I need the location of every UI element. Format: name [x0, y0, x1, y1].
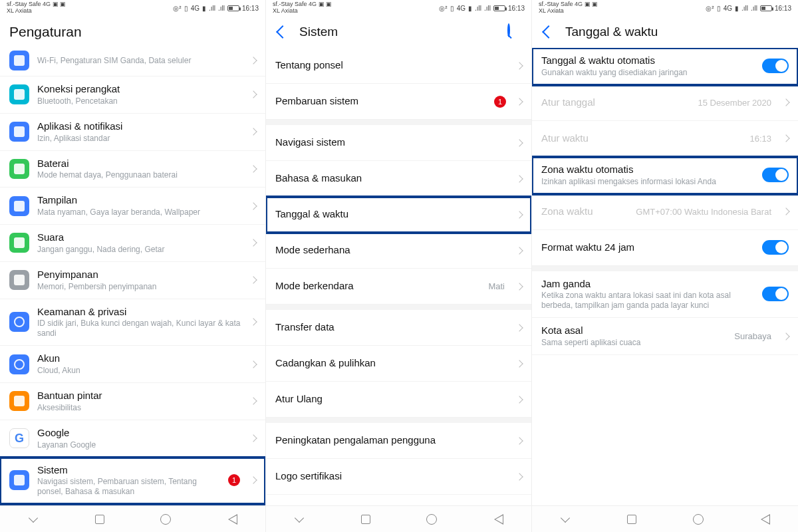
- row-date-time[interactable]: Tanggal & waktu: [266, 197, 531, 233]
- row-smart-assist[interactable]: Bantuan pintarAksesibilitas: [0, 383, 265, 420]
- row-display[interactable]: TampilanMata nyaman, Gaya layar beranda,…: [0, 188, 265, 225]
- chevron-right-icon: [515, 211, 523, 218]
- chevron-right-icon: [249, 276, 257, 283]
- chevron-right-icon: [249, 202, 257, 209]
- row-accounts[interactable]: AkunCloud, Akun: [0, 346, 265, 383]
- row-storage[interactable]: PenyimpananMemori, Pembersih penyimpanan: [0, 262, 265, 299]
- row-auto-datetime[interactable]: Tanggal & waktu otomatisGunakan waktu ya…: [532, 48, 798, 85]
- search-button[interactable]: [507, 25, 522, 39]
- row-auto-timezone[interactable]: Zona waktu otomatisIzinkan aplikasi meng…: [532, 157, 798, 194]
- nav-recent-button[interactable]: [624, 512, 639, 527]
- display-icon: [9, 196, 29, 216]
- arrow-left-icon: [542, 25, 555, 39]
- row-security[interactable]: Keamanan & privasiID sidik jari, Buka ku…: [0, 299, 265, 346]
- nav-home-button[interactable]: [691, 512, 706, 527]
- section-divider: [266, 418, 531, 423]
- storage-icon: [9, 270, 29, 290]
- system-list: Tentang ponsel Pembaruan sistem 1 Naviga…: [266, 48, 531, 505]
- row-backup-restore[interactable]: Cadangkan & pulihkan: [266, 346, 531, 382]
- device-icon: [9, 84, 29, 104]
- notification-badge: 1: [228, 474, 240, 486]
- back-button[interactable]: [275, 25, 290, 39]
- row-simple-mode[interactable]: Mode sederhana: [266, 233, 531, 269]
- assist-icon: [9, 391, 29, 411]
- row-system-update[interactable]: Pembaruan sistem 1: [266, 84, 531, 120]
- toggle-on[interactable]: [762, 287, 789, 301]
- chevron-right-icon: [249, 434, 257, 442]
- page-title: Tanggal & waktu: [565, 25, 658, 39]
- chevron-right-icon: [782, 135, 789, 142]
- row-value: 15 Desember 2020: [698, 98, 771, 108]
- row-value: Mati: [488, 281, 505, 291]
- status-bar: sf.-Stay Safe 4G ▣ ▣XL Axiata ◎²▯4G▮.ıll…: [266, 0, 531, 16]
- chevron-right-icon: [249, 165, 257, 172]
- chevron-right-icon: [249, 398, 257, 405]
- row-apps[interactable]: Aplikasi & notifikasiIzin, Aplikasi stan…: [0, 114, 265, 151]
- row-subtitle: Wi-Fi, Pengaturan SIM Ganda, Data selule…: [37, 56, 243, 66]
- toggle-on[interactable]: [762, 240, 789, 255]
- wifi-icon: [9, 51, 29, 70]
- system-icon: [9, 470, 29, 490]
- screen-settings: sf.-Stay Safe 4G ▣ ▣XL Axiata ◎²▯4G▮.ıll…: [0, 0, 266, 532]
- row-system-nav[interactable]: Navigasi sistem: [266, 125, 531, 161]
- nav-recent-button[interactable]: [358, 512, 373, 527]
- row-cert-logo[interactable]: Logo sertifikasi: [266, 459, 531, 495]
- row-set-time: Atur waktu 16:13: [532, 121, 798, 157]
- row-wireless[interactable]: Wi-Fi, Pengaturan SIM Ganda, Data selule…: [0, 48, 265, 76]
- row-system[interactable]: SistemNavigasi sistem, Pembaruan sistem,…: [0, 458, 265, 505]
- chevron-right-icon: [249, 57, 257, 64]
- chevron-right-icon: [249, 319, 257, 326]
- row-set-date: Atur tanggal 15 Desember 2020: [532, 85, 798, 121]
- chevron-right-icon: [515, 62, 523, 69]
- shield-icon: [9, 312, 29, 332]
- chevron-right-icon: [249, 360, 257, 368]
- chevron-right-icon: [515, 175, 523, 182]
- row-google[interactable]: G GoogleLayanan Google: [0, 420, 265, 458]
- row-24h-format[interactable]: Format waktu 24 jam: [532, 230, 798, 266]
- chevron-right-icon: [782, 332, 789, 340]
- nav-down-button[interactable]: [558, 512, 573, 527]
- row-timezone: Zona waktu GMT+07:00 Waktu Indonesia Bar…: [532, 194, 798, 230]
- google-icon: G: [9, 428, 29, 448]
- nav-down-button[interactable]: [292, 512, 307, 527]
- nav-back-button[interactable]: [225, 512, 239, 527]
- row-user-experience[interactable]: Peningkatan pengalaman pengguna: [266, 423, 531, 459]
- chevron-right-icon: [782, 99, 789, 106]
- chevron-right-icon: [515, 247, 523, 254]
- nav-home-button[interactable]: [424, 512, 439, 527]
- section-divider: [266, 305, 531, 310]
- nav-back-button[interactable]: [491, 512, 505, 527]
- screen-date-time: sf.-Stay Safe 4G ▣ ▣XL Axiata ◎²▯4G▮.ıll…: [532, 0, 798, 532]
- row-reset[interactable]: Atur Ulang: [266, 382, 531, 418]
- chevron-right-icon: [515, 396, 523, 403]
- row-dual-clock[interactable]: Jam gandaKetika zona waktu antara lokasi…: [532, 271, 798, 319]
- chevron-right-icon: [515, 324, 523, 331]
- row-language[interactable]: Bahasa & masukan: [266, 161, 531, 197]
- toggle-on[interactable]: [762, 59, 789, 73]
- row-home-city[interactable]: Kota asalSama seperti aplikasi cuaca Sur…: [532, 318, 798, 355]
- row-battery[interactable]: BateraiMode hemat daya, Penggunaan bater…: [0, 151, 265, 188]
- row-sound[interactable]: SuaraJangan ganggu, Nada dering, Getar: [0, 225, 265, 262]
- chevron-right-icon: [515, 473, 523, 480]
- arrow-left-icon: [276, 25, 289, 39]
- status-time: 16:13: [242, 5, 259, 12]
- row-about-phone[interactable]: Tentang ponsel: [266, 48, 531, 84]
- row-transfer-data[interactable]: Transfer data: [266, 310, 531, 346]
- nav-home-button[interactable]: [158, 512, 173, 527]
- back-button[interactable]: [541, 25, 556, 39]
- chevron-right-icon: [515, 283, 523, 290]
- nav-recent-button[interactable]: [92, 512, 107, 527]
- account-icon: [9, 354, 29, 374]
- page-title: Sistem: [299, 25, 338, 39]
- row-driving-mode[interactable]: Mode berkendara Mati: [266, 269, 531, 305]
- row-device-connection[interactable]: Koneksi perangkatBluetooth, Pencetakan: [0, 76, 265, 114]
- status-bar: sf.-Stay Safe 4G ▣ ▣XL Axiata ◎²▯4G▮.ıll…: [0, 0, 265, 16]
- header: Sistem: [266, 16, 531, 48]
- search-icon: [507, 23, 510, 37]
- battery-icon: [9, 159, 29, 179]
- nav-down-button[interactable]: [26, 512, 41, 527]
- header: Pengaturan: [0, 16, 265, 48]
- toggle-on[interactable]: [762, 168, 789, 182]
- section-divider: [532, 266, 798, 271]
- nav-back-button[interactable]: [757, 512, 772, 527]
